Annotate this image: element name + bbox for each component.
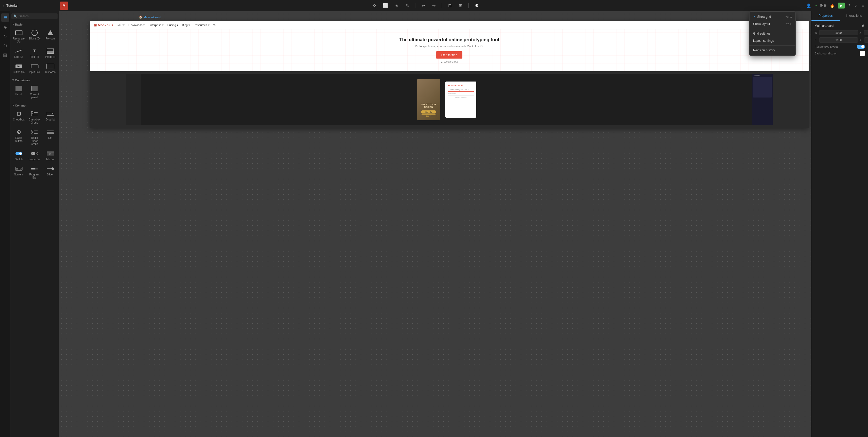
help-button[interactable]: ? bbox=[847, 3, 851, 8]
canvas-inner[interactable]: 🏠 Main artboard ▣ Mockplus Tour ▾ Downlo… bbox=[59, 11, 811, 437]
nav-tour[interactable]: Tour ▾ bbox=[117, 24, 125, 27]
nav-downloads[interactable]: Downloads ▾ bbox=[128, 24, 145, 27]
checkbox-group-icon bbox=[30, 110, 39, 117]
component-content-panel[interactable]: Content panel bbox=[27, 83, 42, 101]
section-common-label: Common bbox=[15, 104, 27, 107]
x-input[interactable] bbox=[864, 30, 868, 35]
avatar-icon[interactable]: 👤 bbox=[806, 3, 812, 9]
component-radio-button[interactable]: Radio Button bbox=[11, 127, 26, 147]
redo-button[interactable]: ↪ bbox=[431, 2, 437, 9]
dropdown-grid-settings[interactable]: Grid settings bbox=[749, 30, 796, 37]
hero-watch-video[interactable]: ▶ Watch video bbox=[95, 61, 803, 63]
responsive-layout-toggle[interactable] bbox=[857, 45, 865, 49]
nav-more[interactable]: To... bbox=[213, 24, 219, 27]
section-basic[interactable]: ▾ Basic bbox=[11, 22, 58, 28]
component-panel[interactable]: Panel bbox=[11, 83, 26, 101]
artboard-screenshot: START YOURDESIGN Sign Up Log In bbox=[90, 71, 809, 128]
settings-button[interactable]: ⚙ bbox=[474, 2, 479, 9]
nav-resources[interactable]: Resources ▾ bbox=[194, 24, 210, 27]
crop-tool[interactable]: ⊡ bbox=[447, 2, 453, 9]
grid-layout-tool[interactable]: ⊞ bbox=[458, 2, 463, 9]
component-rectangle[interactable]: Rectangle (R) bbox=[11, 28, 26, 45]
component-radio-button-group[interactable]: Radio Button Group bbox=[27, 127, 42, 147]
dropdown-divider-2 bbox=[749, 45, 796, 46]
ellipse-icon bbox=[30, 29, 39, 36]
link-tool[interactable]: ⟲ bbox=[371, 2, 377, 9]
chevron-down-icon: ▾ bbox=[12, 23, 14, 26]
list-icon bbox=[46, 129, 55, 136]
component-scope-bar[interactable]: A B Scope Bar bbox=[27, 148, 42, 163]
pen-tool[interactable]: ◈ bbox=[394, 2, 399, 9]
back-button[interactable]: ‹ bbox=[3, 4, 4, 8]
nav-blog[interactable]: Blog ▾ bbox=[182, 24, 190, 27]
notes-icon[interactable]: ▤ bbox=[1, 51, 9, 59]
pages-icon[interactable]: ↻ bbox=[1, 32, 9, 40]
artboard-nav: ▣ Mockplus Tour ▾ Downloads ▾ Enterprise… bbox=[90, 21, 809, 29]
undo-button[interactable]: ↩ bbox=[421, 2, 426, 9]
dropdown-revision-history[interactable]: Revision history bbox=[749, 47, 796, 54]
section-common[interactable]: ▾ Common bbox=[11, 103, 58, 109]
width-input[interactable] bbox=[819, 30, 858, 35]
section-containers[interactable]: ▾ Containers bbox=[11, 77, 58, 83]
radio-button-group-icon bbox=[30, 129, 39, 136]
component-progress-bar[interactable]: Progress Bar bbox=[27, 164, 42, 181]
background-color-swatch[interactable] bbox=[860, 51, 865, 56]
component-radio-button-group-label: Radio Button Group bbox=[28, 136, 41, 146]
button-icon: OK bbox=[14, 63, 24, 70]
search-bar[interactable]: 🔍 bbox=[11, 13, 58, 19]
component-input-box[interactable]: Input Box bbox=[27, 61, 42, 75]
tab-properties[interactable]: Properties bbox=[811, 11, 840, 21]
assets-icon[interactable]: ⬡ bbox=[1, 41, 9, 49]
hero-cta-button[interactable]: Start for free bbox=[436, 51, 462, 59]
trash-icon[interactable]: 🗑 bbox=[862, 24, 865, 28]
progress-bar-icon bbox=[30, 165, 39, 172]
tab-interactions[interactable]: Interactions bbox=[840, 11, 868, 21]
component-checkbox-group[interactable]: Checkbox Group bbox=[27, 109, 42, 126]
component-checkbox[interactable]: ✓ Checkbox bbox=[11, 109, 26, 126]
responsive-layout-label: Responsive layout bbox=[814, 45, 838, 48]
component-droplist-label: Droplist bbox=[46, 118, 55, 121]
component-text-area[interactable]: Text Area bbox=[43, 61, 58, 75]
menu-button[interactable]: ≡ bbox=[861, 3, 865, 8]
nav-enterprise[interactable]: Enterprise ▾ bbox=[149, 24, 164, 27]
phone-signin-btn: Sign Up bbox=[421, 110, 436, 113]
component-image[interactable]: Image (I) bbox=[43, 46, 58, 60]
right-panel-tabs: Properties Interactions bbox=[811, 11, 868, 21]
fullscreen-button[interactable]: ⤢ bbox=[854, 3, 859, 9]
component-button-label: Button (B) bbox=[13, 71, 25, 74]
component-droplist[interactable]: ▾ Droplist bbox=[43, 109, 58, 126]
content-panel-icon bbox=[30, 85, 39, 92]
size-inputs: W X bbox=[814, 30, 865, 35]
width-pair: W bbox=[814, 30, 858, 35]
pencil-tool[interactable]: ✎ bbox=[405, 2, 410, 9]
layers-icon[interactable]: ◈ bbox=[1, 23, 9, 31]
search-input[interactable] bbox=[19, 14, 58, 18]
component-ellipse-label: Ellipse (O) bbox=[28, 37, 40, 40]
component-list[interactable]: List bbox=[43, 127, 58, 147]
component-text[interactable]: T Text (T) bbox=[27, 46, 42, 60]
dropdown-divider-1 bbox=[749, 29, 796, 29]
component-panel-label: Panel bbox=[16, 93, 22, 96]
nav-pricing[interactable]: Pricing ▾ bbox=[167, 24, 178, 27]
components-icon[interactable]: ☰ bbox=[1, 13, 9, 22]
component-numeric[interactable]: 16⬡ Numeric bbox=[11, 164, 26, 181]
preview-button[interactable]: ▶ bbox=[838, 3, 845, 8]
dropdown-layout-settings[interactable]: Layout settings bbox=[749, 37, 796, 44]
component-slider[interactable]: Slider bbox=[43, 164, 58, 181]
component-polygon[interactable]: Polygon bbox=[43, 28, 58, 45]
height-pair: H bbox=[814, 37, 858, 42]
forgot-password: Forgot Password? bbox=[448, 97, 474, 98]
frame-tool[interactable]: ⬜ bbox=[382, 2, 389, 9]
y-input[interactable] bbox=[864, 37, 868, 42]
component-line[interactable]: Line (L) bbox=[11, 46, 26, 60]
component-ellipse[interactable]: Ellipse (O) bbox=[27, 28, 42, 45]
component-tab-bar[interactable]: Tab Tab Bar bbox=[43, 148, 58, 163]
component-button[interactable]: OK Button (B) bbox=[11, 61, 26, 75]
x-pair: X bbox=[860, 30, 868, 35]
height-input[interactable] bbox=[819, 37, 858, 42]
dropdown-show-grid[interactable]: ✓Show grid ⌥G bbox=[749, 13, 796, 21]
containers-components-grid: Panel Content panel bbox=[11, 83, 58, 101]
text-area-icon bbox=[46, 63, 55, 70]
component-switch[interactable]: Switch bbox=[11, 148, 26, 163]
dropdown-show-layout[interactable]: Show layout ⌥L bbox=[749, 21, 796, 28]
